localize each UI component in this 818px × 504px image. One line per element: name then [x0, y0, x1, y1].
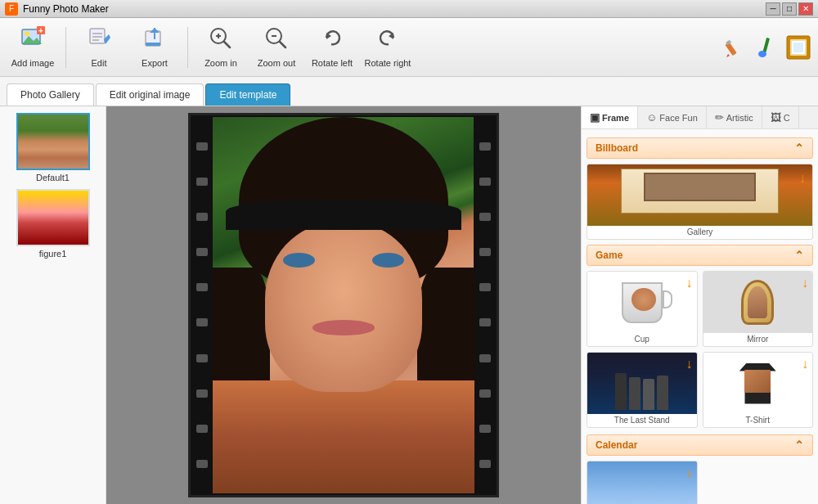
cup-handle	[663, 290, 672, 308]
gallery-label-figure1: figure1	[7, 249, 99, 259]
mirror-arrow-icon: ↓	[802, 276, 808, 290]
game-grid: ↓ Cup ↓	[587, 271, 813, 428]
zoom-out-icon	[264, 26, 289, 55]
right-tab-frame[interactable]: ▣ Frame	[582, 106, 638, 128]
tab-photo-gallery[interactable]: Photo Gallery	[7, 83, 94, 106]
film-hole	[196, 354, 208, 362]
calendar-bg-1	[587, 461, 697, 504]
gallery-template-thumb: ↓	[587, 164, 812, 226]
ls-person3	[643, 379, 654, 410]
maximize-button[interactable]: □	[782, 2, 797, 16]
toolbar: + Add image Edit Export	[0, 18, 818, 77]
svg-rect-13	[146, 43, 160, 46]
tshirt-thumb: ↓	[703, 353, 813, 414]
frame-tab-icon: ▣	[590, 111, 600, 124]
tab-edit-original[interactable]: Edit original image	[96, 83, 204, 106]
right-tab-face-fun[interactable]: ☺ Face Fun	[638, 106, 707, 128]
film-hole	[196, 318, 208, 326]
film-strip-left	[191, 115, 213, 495]
film-hole	[479, 248, 491, 256]
rotate-left-button[interactable]: Rotate left	[306, 22, 358, 73]
zoom-out-button[interactable]: Zoom out	[250, 22, 303, 73]
svg-rect-31	[793, 43, 803, 52]
billboard-chevron-icon[interactable]: ⌃	[794, 142, 804, 155]
svg-point-27	[758, 51, 766, 57]
cup-shape	[622, 282, 663, 323]
laststand-template-item[interactable]: ↓ The Last Stand	[587, 352, 698, 428]
right-toolbar-icons	[720, 34, 811, 61]
minimize-button[interactable]: ─	[766, 2, 780, 16]
film-hole	[196, 248, 208, 256]
film-hole	[196, 178, 208, 186]
cup-arrow-icon: ↓	[686, 276, 693, 290]
export-button[interactable]: Export	[128, 22, 181, 73]
calendar-chevron-icon[interactable]: ⌃	[794, 439, 804, 452]
sep1	[65, 27, 66, 68]
film-hole	[479, 213, 491, 221]
export-label: Export	[142, 58, 168, 68]
calendar-grid: ↓ Calendar 1	[587, 461, 813, 504]
svg-marker-23	[726, 54, 730, 57]
billboard-section-header: Billboard ⌃	[587, 137, 813, 159]
gallery-label-default1: Default1	[7, 173, 99, 182]
add-image-button[interactable]: + Add image	[7, 22, 59, 73]
mirror-shape	[741, 280, 774, 325]
laststand-bg	[587, 353, 697, 414]
rotate-right-button[interactable]: Rotate right	[362, 22, 414, 73]
tab-edit-template[interactable]: Edit template	[205, 83, 290, 106]
svg-rect-5	[90, 29, 105, 43]
film-image: Wei Li Studio	[213, 117, 474, 493]
svg-rect-26	[763, 37, 771, 52]
gallery-item-figure1[interactable]: figure1	[7, 189, 99, 259]
zoom-out-label: Zoom out	[258, 58, 295, 68]
gallery-template-label: Gallery	[587, 227, 812, 236]
zoom-in-icon	[209, 26, 233, 55]
calendar-section-header: Calendar ⌃	[587, 434, 813, 456]
title-bar: F Funny Photo Maker ─ □ ✕	[0, 0, 818, 18]
ls-person4	[657, 376, 668, 410]
app-title: Funny Photo Maker	[23, 3, 766, 15]
brush-icon[interactable]	[753, 34, 779, 61]
game-chevron-icon[interactable]: ⌃	[794, 249, 804, 262]
gallery-item-default1[interactable]: Default1	[7, 113, 99, 182]
calendar-item-1[interactable]: ↓ Calendar 1	[587, 461, 698, 504]
film-hole	[196, 425, 208, 433]
film-hole	[479, 425, 491, 433]
edit-button[interactable]: Edit	[73, 22, 125, 73]
close-button[interactable]: ✕	[798, 2, 813, 16]
tshirt-template-item[interactable]: ↓ T-Shirt	[703, 352, 814, 428]
edit-icon	[88, 26, 110, 55]
artistic-tab-icon: ✏	[715, 111, 724, 124]
left-panel: Default1 figure1	[0, 106, 106, 504]
gallery-template-item[interactable]: ↓ Gallery	[587, 164, 813, 240]
gallery-thumb-figure1	[16, 189, 90, 246]
rotate-left-icon	[320, 26, 344, 55]
add-image-icon: +	[20, 26, 45, 55]
cup-template-item[interactable]: ↓ Cup	[587, 271, 698, 347]
game-section-header: Game ⌃	[587, 245, 813, 266]
tshirt-label: T-Shirt	[703, 416, 813, 425]
pencil-icon[interactable]	[720, 34, 746, 61]
calendar1-arrow-icon: ↓	[686, 466, 693, 480]
laststand-label: The Last Stand	[587, 416, 697, 425]
edit-label: Edit	[92, 58, 107, 68]
face-fun-tab-icon: ☺	[646, 111, 657, 124]
film-strip-right	[474, 115, 497, 495]
ls-person1	[615, 373, 627, 410]
svg-line-17	[224, 42, 230, 47]
film-hole	[479, 142, 491, 151]
film-hole	[479, 460, 491, 468]
film-hole	[479, 283, 491, 291]
right-panel-tabs: ▣ Frame ☺ Face Fun ✏ Artistic 🖼 C	[582, 106, 818, 129]
app-icon: F	[5, 2, 18, 16]
right-tab-artistic[interactable]: ✏ Artistic	[707, 106, 762, 128]
mirror-template-item[interactable]: ↓ Mirror	[703, 271, 814, 347]
right-panel-content: Billboard ⌃ ↓ Gallery Game ⌃	[582, 129, 818, 504]
tshirt-arrow-icon: ↓	[802, 357, 808, 371]
right-tab-c[interactable]: 🖼 C	[762, 106, 799, 128]
tshirt-bg	[703, 353, 813, 414]
svg-point-1	[25, 31, 29, 36]
film-hole	[479, 178, 491, 186]
photo-frame-icon[interactable]	[785, 34, 811, 61]
zoom-in-button[interactable]: Zoom in	[195, 22, 247, 73]
